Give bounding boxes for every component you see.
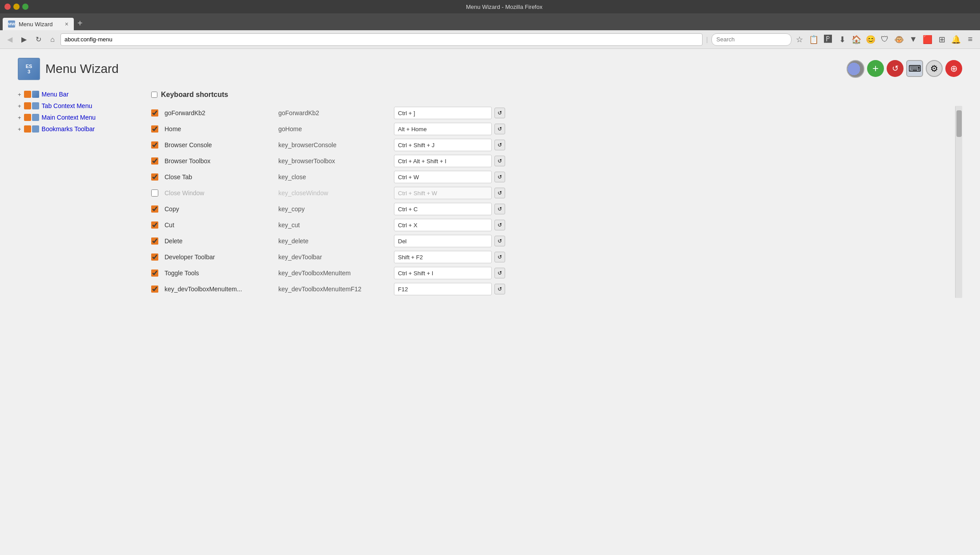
sidebar-bookmarks-icons: [24, 125, 39, 133]
shortcut-input-delete[interactable]: [394, 235, 492, 247]
shortcut-cb-delete[interactable]: [151, 237, 158, 245]
sidebar-item-tab-context[interactable]: + Tab Context Menu: [18, 102, 142, 109]
new-tab-btn[interactable]: +: [74, 18, 86, 28]
add-icon-btn[interactable]: +: [867, 60, 884, 77]
shortcut-row-copy: Copy key_copy ↺: [151, 202, 952, 216]
maximize-window-btn[interactable]: [22, 4, 28, 10]
close-window-btn[interactable]: [4, 4, 11, 10]
addon-icon[interactable]: 🐵: [893, 33, 905, 46]
user-icon[interactable]: 🟥: [921, 33, 934, 46]
shortcut-input-close-tab[interactable]: [394, 171, 492, 183]
shortcut-keyid-delete: key_delete: [278, 237, 394, 245]
shortcut-row-close-window: Close Window key_closeWindow ↺: [151, 186, 952, 200]
shortcut-input-browser-console[interactable]: [394, 139, 492, 151]
keyboard-icon-btn[interactable]: ⌨: [906, 60, 923, 77]
shortcut-input-close-window[interactable]: [394, 187, 492, 199]
addon2-icon[interactable]: ▼: [907, 33, 920, 46]
shortcut-row-devtoolbox-f12: key_devToolboxMenuItem... key_devToolbox…: [151, 282, 952, 296]
download-icon[interactable]: ⬇: [836, 33, 848, 46]
menu-btn[interactable]: ≡: [964, 33, 976, 46]
expand-menubar-icon[interactable]: +: [18, 91, 21, 98]
bookmark-icon[interactable]: ☆: [793, 33, 806, 46]
expand-main-context-icon[interactable]: +: [18, 114, 21, 121]
shortcut-reset-home[interactable]: ↺: [494, 124, 505, 134]
shortcut-input-devtoolbox-f12[interactable]: [394, 283, 492, 295]
expand-bookmarks-icon[interactable]: +: [18, 126, 21, 133]
forward-btn[interactable]: ▶: [18, 33, 30, 46]
shield-icon[interactable]: 🛡: [879, 33, 891, 46]
shortcut-cb-dev-toolbar[interactable]: [151, 253, 158, 261]
shortcut-row-dev-toolbar: Developer Toolbar key_devToolbar ↺: [151, 250, 952, 264]
shortcut-reset-dev-toolbar[interactable]: ↺: [494, 252, 505, 262]
shortcut-reset-goforwardkb2[interactable]: ↺: [494, 108, 505, 118]
shortcut-input-toggle-tools[interactable]: [394, 267, 492, 279]
sidebar-item-bookmarks[interactable]: + Bookmarks Toolbar: [18, 125, 142, 133]
shortcut-cb-goforwardkb2[interactable]: [151, 109, 158, 117]
sidebar-tab-context-icons: [24, 102, 39, 109]
expand-tab-context-icon[interactable]: +: [18, 103, 21, 109]
shortcut-cb-devtoolbox-f12[interactable]: [151, 286, 158, 293]
shortcut-cb-browser-console[interactable]: [151, 141, 158, 149]
search-input[interactable]: [711, 33, 791, 46]
shortcut-cb-browser-toolbox[interactable]: [151, 157, 158, 165]
pocket-icon[interactable]: 🅿: [822, 33, 834, 46]
sidebar-item-menubar[interactable]: + Menu Bar: [18, 91, 142, 98]
overflow-icon[interactable]: ⊞: [936, 33, 948, 46]
color-icon-btn[interactable]: [847, 60, 864, 78]
shortcut-keyid-browser-toolbox: key_browserToolbox: [278, 157, 394, 165]
home-icon[interactable]: 🏠: [850, 33, 863, 46]
active-tab[interactable]: MW Menu Wizard ×: [3, 18, 74, 30]
tab-close-btn[interactable]: ×: [65, 20, 68, 28]
shortcut-cb-close-tab[interactable]: [151, 173, 158, 181]
sidebar-item-main-context[interactable]: + Main Context Menu: [18, 114, 142, 121]
back-btn[interactable]: ◀: [4, 33, 16, 46]
shortcut-reset-toggle-tools[interactable]: ↺: [494, 268, 505, 278]
reload-btn[interactable]: ↻: [32, 33, 44, 46]
shortcut-reset-delete[interactable]: ↺: [494, 236, 505, 246]
minimize-window-btn[interactable]: [13, 4, 20, 10]
address-bar[interactable]: [60, 33, 703, 46]
section-header: Keyboard shortcuts: [151, 91, 962, 99]
emoji-icon[interactable]: 😊: [864, 33, 877, 46]
shortcut-reset-copy[interactable]: ↺: [494, 204, 505, 214]
shortcut-reset-browser-toolbox[interactable]: ↺: [494, 156, 505, 166]
page-header: ES3 Menu Wizard + ↺ ⌨ ⚙ ⊕: [18, 58, 962, 80]
shortcut-input-cut[interactable]: [394, 219, 492, 231]
sidebar-label-menubar[interactable]: Menu Bar: [42, 91, 69, 98]
settings-icon-btn[interactable]: ⚙: [926, 60, 943, 77]
notification-icon[interactable]: 🔔: [950, 33, 962, 46]
shortcut-input-goforwardkb2[interactable]: [394, 107, 492, 119]
shortcut-reset-devtoolbox-f12[interactable]: ↺: [494, 284, 505, 294]
shortcut-input-dev-toolbar[interactable]: [394, 251, 492, 263]
shortcut-reset-close-tab[interactable]: ↺: [494, 172, 505, 182]
tab-label: Menu Wizard: [19, 21, 53, 28]
shortcut-input-browser-toolbox[interactable]: [394, 155, 492, 167]
help-icon-btn[interactable]: ⊕: [945, 60, 962, 77]
home-btn[interactable]: ⌂: [46, 33, 59, 46]
navbar: ◀ ▶ ↻ ⌂ | ☆ 📋 🅿 ⬇ 🏠 😊 🛡 🐵 ▼ 🟥 ⊞ 🔔 ≡: [0, 30, 980, 49]
window-controls: [4, 4, 28, 10]
reset-icon-btn[interactable]: ↺: [887, 60, 904, 77]
shortcut-reset-browser-console[interactable]: ↺: [494, 140, 505, 150]
scrollbar-thumb[interactable]: [956, 110, 962, 137]
shortcut-input-copy[interactable]: [394, 203, 492, 215]
tabbar: MW Menu Wizard × +: [0, 13, 980, 30]
shortcut-cb-toggle-tools[interactable]: [151, 269, 158, 277]
shortcut-name-toggle-tools: Toggle Tools: [163, 269, 278, 277]
shortcut-reset-cut[interactable]: ↺: [494, 220, 505, 230]
window-title: Menu Wizard - Mozilla Firefox: [33, 4, 976, 10]
shortcut-input-home[interactable]: [394, 123, 492, 135]
sidebar-label-bookmarks[interactable]: Bookmarks Toolbar: [42, 125, 95, 133]
nav-right-icons: | ☆ 📋 🅿 ⬇ 🏠 😊 🛡 🐵 ▼ 🟥 ⊞ 🔔 ≡: [704, 33, 976, 46]
reading-list-icon[interactable]: 📋: [807, 33, 820, 46]
shortcut-cb-home[interactable]: [151, 125, 158, 133]
shortcut-cb-close-window[interactable]: [151, 189, 158, 197]
sidebar-label-tab-context[interactable]: Tab Context Menu: [42, 102, 92, 109]
section-checkbox[interactable]: [151, 92, 157, 98]
shortcut-reset-close-window[interactable]: ↺: [494, 188, 505, 198]
shortcut-cb-cut[interactable]: [151, 221, 158, 229]
scrollbar[interactable]: [955, 106, 962, 298]
shortcut-cb-copy[interactable]: [151, 205, 158, 213]
shortcut-keyid-goforwardkb2: goForwardKb2: [278, 109, 394, 117]
sidebar-label-main-context[interactable]: Main Context Menu: [42, 114, 96, 121]
